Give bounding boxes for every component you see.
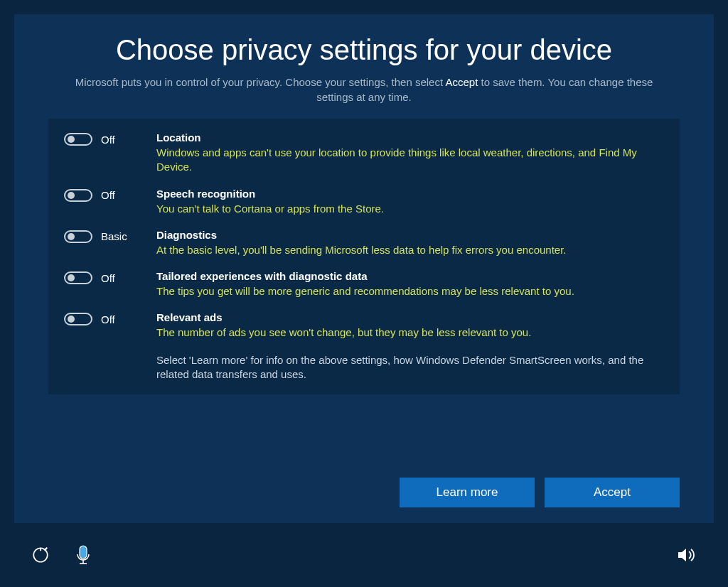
learn-more-button[interactable]: Learn more xyxy=(400,478,535,507)
page-title: Choose privacy settings for your device xyxy=(48,34,680,66)
button-row: Learn more Accept xyxy=(400,478,680,507)
setting-ads: Off Relevant ads The number of ads you s… xyxy=(64,311,660,340)
subtitle-before: Microsoft puts you in control of your pr… xyxy=(75,76,446,88)
toggle-diagnostics-label: Basic xyxy=(101,230,127,242)
setting-diagnostics-content: Diagnostics At the basic level, you'll b… xyxy=(156,229,660,257)
volume-icon xyxy=(677,546,697,564)
setting-location: Off Location Windows and apps can't use … xyxy=(64,131,660,175)
setting-tailored-desc: The tips you get will be more generic an… xyxy=(156,284,660,298)
toggle-speech[interactable] xyxy=(64,189,92,202)
setting-ads-title: Relevant ads xyxy=(156,311,660,323)
accessibility-button[interactable] xyxy=(28,543,53,567)
setting-diagnostics: Basic Diagnostics At the basic level, yo… xyxy=(64,229,660,257)
settings-box: Off Location Windows and apps can't use … xyxy=(48,119,680,394)
toggle-location-label: Off xyxy=(101,134,115,146)
setting-tailored-content: Tailored experiences with diagnostic dat… xyxy=(156,270,660,298)
main-panel: Choose privacy settings for your device … xyxy=(14,14,714,523)
setting-speech-content: Speech recognition You can't talk to Cor… xyxy=(156,188,660,216)
toggle-speech-label: Off xyxy=(101,189,115,201)
setting-speech-desc: You can't talk to Cortana or apps from t… xyxy=(156,202,660,216)
setting-tailored-title: Tailored experiences with diagnostic dat… xyxy=(156,270,660,282)
setting-diagnostics-desc: At the basic level, you'll be sending Mi… xyxy=(156,243,660,257)
settings-footnote: Select 'Learn more' for info on the abov… xyxy=(156,353,660,382)
toggle-tailored-col: Off xyxy=(64,270,156,284)
svg-rect-1 xyxy=(80,546,87,559)
setting-tailored: Off Tailored experiences with diagnostic… xyxy=(64,270,660,298)
setting-speech: Off Speech recognition You can't talk to… xyxy=(64,188,660,216)
setting-ads-desc: The number of ads you see won't change, … xyxy=(156,325,660,340)
toggle-location[interactable] xyxy=(64,133,92,146)
toggle-diagnostics-col: Basic xyxy=(64,229,156,243)
page-subtitle: Microsoft puts you in control of your pr… xyxy=(48,75,680,104)
accessibility-icon xyxy=(31,546,50,564)
microphone-button[interactable] xyxy=(73,542,94,568)
setting-diagnostics-title: Diagnostics xyxy=(156,229,660,241)
bottom-bar xyxy=(0,523,728,587)
accept-button[interactable]: Accept xyxy=(545,478,680,507)
setting-location-desc: Windows and apps can't use your location… xyxy=(156,146,660,175)
subtitle-strong: Accept xyxy=(445,76,478,88)
microphone-icon xyxy=(75,545,91,565)
setting-ads-content: Relevant ads The number of ads you see w… xyxy=(156,311,660,340)
toggle-ads-label: Off xyxy=(101,313,115,325)
toggle-ads-col: Off xyxy=(64,311,156,325)
toggle-location-col: Off xyxy=(64,131,156,146)
toggle-diagnostics[interactable] xyxy=(64,230,92,243)
toggle-tailored-label: Off xyxy=(101,272,115,284)
toggle-tailored[interactable] xyxy=(64,271,92,284)
setting-location-content: Location Windows and apps can't use your… xyxy=(156,131,660,175)
toggle-speech-col: Off xyxy=(64,188,156,202)
volume-button[interactable] xyxy=(674,544,700,566)
setting-speech-title: Speech recognition xyxy=(156,188,660,200)
toggle-ads[interactable] xyxy=(64,313,92,325)
setting-location-title: Location xyxy=(156,131,660,144)
